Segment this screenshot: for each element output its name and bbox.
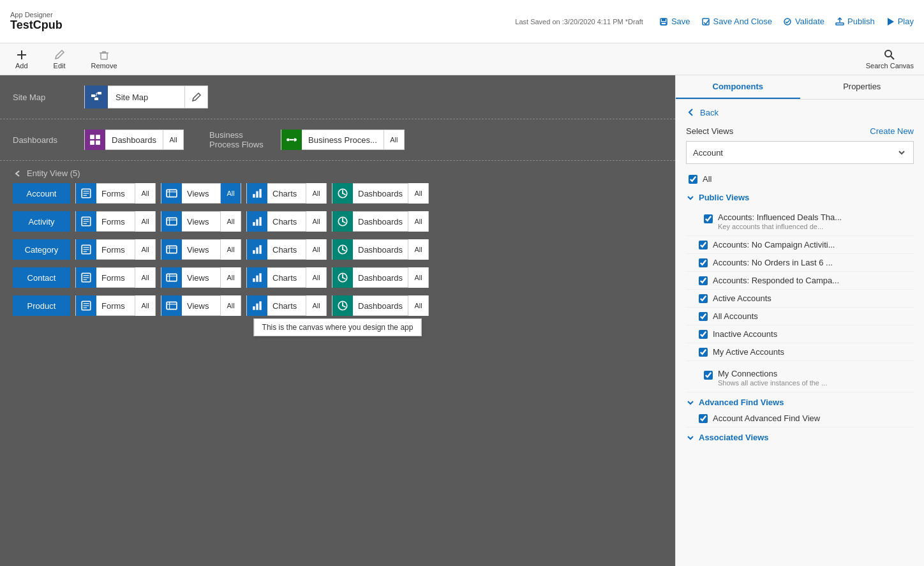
advanced-find-views-header[interactable]: Advanced Find Views bbox=[686, 392, 914, 410]
dashboards-entity-card[interactable]: Dashboards All bbox=[332, 211, 429, 232]
view-item[interactable]: Account Advanced Find View bbox=[686, 410, 914, 428]
tab-properties[interactable]: Properties bbox=[800, 75, 925, 99]
charts-name: Charts bbox=[267, 301, 306, 311]
dashboards-entity-all[interactable]: All bbox=[408, 183, 428, 204]
views-all[interactable]: All bbox=[220, 295, 241, 316]
views-all[interactable]: All bbox=[220, 211, 241, 232]
charts-card[interactable]: Charts All bbox=[246, 183, 327, 204]
view-item[interactable]: Accounts: Influenced Deals Tha... Key ac… bbox=[686, 205, 914, 236]
remove-button[interactable]: Remove bbox=[86, 47, 123, 72]
view-item[interactable]: All Accounts bbox=[686, 308, 914, 325]
entity-button[interactable]: Activity bbox=[13, 211, 70, 232]
back-button[interactable]: Back bbox=[686, 107, 914, 117]
view-item[interactable]: Accounts: No Campaign Activiti... bbox=[686, 236, 914, 254]
view-item[interactable]: Accounts: No Orders in Last 6 ... bbox=[686, 254, 914, 272]
dashboards-entity-all[interactable]: All bbox=[408, 267, 428, 288]
dashboards-all[interactable]: All bbox=[163, 130, 183, 150]
forms-card[interactable]: Forms All bbox=[75, 183, 156, 204]
charts-all[interactable]: All bbox=[306, 295, 326, 316]
dashboards-card[interactable]: Dashboards All bbox=[84, 130, 184, 150]
view-checkbox[interactable] bbox=[704, 371, 713, 380]
view-item[interactable]: Inactive Accounts bbox=[686, 325, 914, 343]
svg-rect-80 bbox=[259, 301, 261, 310]
bpf-card[interactable]: Business Proces... All bbox=[281, 130, 405, 150]
entity-button[interactable]: Contact bbox=[13, 267, 70, 288]
view-checkbox[interactable] bbox=[699, 241, 708, 249]
entity-button[interactable]: Product bbox=[13, 295, 70, 316]
svg-rect-39 bbox=[167, 218, 177, 225]
app-header: App Designer TestCpub Last Saved on :3/2… bbox=[0, 0, 924, 43]
view-checkbox[interactable] bbox=[699, 276, 708, 285]
add-button[interactable]: Add bbox=[10, 47, 33, 72]
forms-all[interactable]: All bbox=[135, 267, 155, 288]
views-card[interactable]: Views All bbox=[161, 183, 241, 204]
charts-card[interactable]: Charts All bbox=[246, 267, 327, 288]
play-button[interactable]: Play bbox=[885, 17, 914, 27]
bpf-all[interactable]: All bbox=[384, 130, 404, 150]
view-checkbox[interactable] bbox=[699, 294, 708, 303]
view-item[interactable]: My Active Accounts bbox=[686, 343, 914, 361]
dashboards-entity-all[interactable]: All bbox=[408, 239, 428, 260]
view-checkbox[interactable] bbox=[699, 312, 708, 321]
create-new-link[interactable]: Create New bbox=[870, 126, 914, 136]
view-title: Active Accounts bbox=[713, 294, 771, 303]
tab-components[interactable]: Components bbox=[676, 75, 800, 99]
dashboards-entity-all[interactable]: All bbox=[408, 211, 428, 232]
all-checkbox-row[interactable]: All bbox=[686, 170, 914, 188]
views-card[interactable]: Views All bbox=[161, 267, 241, 288]
view-checkbox[interactable] bbox=[699, 258, 708, 267]
views-all[interactable]: All bbox=[220, 239, 241, 260]
search-canvas-button[interactable]: Search Canvas bbox=[866, 49, 914, 70]
charts-card[interactable]: Charts All bbox=[246, 211, 327, 232]
view-checkbox[interactable] bbox=[699, 330, 708, 339]
forms-all[interactable]: All bbox=[135, 239, 155, 260]
charts-icon bbox=[247, 239, 267, 260]
charts-card[interactable]: Charts All bbox=[246, 239, 327, 260]
dashboards-entity-card[interactable]: Dashboards All bbox=[332, 239, 429, 260]
publish-button[interactable]: Publish bbox=[835, 17, 875, 27]
save-and-close-button[interactable]: Save And Close bbox=[701, 17, 773, 27]
site-map-card[interactable]: Site Map bbox=[84, 86, 208, 108]
svg-rect-16 bbox=[96, 135, 100, 139]
charts-all[interactable]: All bbox=[306, 211, 326, 232]
save-button[interactable]: Save bbox=[659, 17, 690, 27]
dashboards-entity-card[interactable]: Dashboards All bbox=[332, 267, 429, 288]
edit-button[interactable]: Edit bbox=[48, 47, 71, 72]
dashboards-entity-all[interactable]: All bbox=[408, 295, 428, 316]
view-checkbox[interactable] bbox=[699, 348, 708, 357]
view-title: Accounts: Responded to Campa... bbox=[713, 276, 839, 285]
charts-all[interactable]: All bbox=[306, 239, 326, 260]
forms-all[interactable]: All bbox=[135, 211, 155, 232]
charts-all[interactable]: All bbox=[306, 267, 326, 288]
view-item[interactable]: My Connections Shows all active instance… bbox=[686, 361, 914, 392]
dashboards-entity-card[interactable]: Dashboards All bbox=[332, 183, 429, 204]
associated-views-header[interactable]: Associated Views bbox=[686, 428, 914, 445]
entity-button[interactable]: Category bbox=[13, 239, 70, 260]
forms-all[interactable]: All bbox=[135, 295, 155, 316]
entity-view-header[interactable]: Entity View (5) bbox=[0, 161, 675, 183]
site-map-edit-button[interactable] bbox=[184, 86, 207, 108]
forms-card[interactable]: Forms All bbox=[75, 267, 156, 288]
account-dropdown[interactable]: Account bbox=[686, 141, 914, 164]
views-all[interactable]: All bbox=[220, 267, 241, 288]
app-canvas[interactable]: Site Map Site Map Dashboards bbox=[0, 75, 675, 566]
views-card[interactable]: Views All bbox=[161, 295, 241, 316]
entity-button[interactable]: Account bbox=[13, 183, 70, 204]
view-item[interactable]: Active Accounts bbox=[686, 290, 914, 308]
views-card[interactable]: Views All bbox=[161, 239, 241, 260]
charts-card[interactable]: Charts All bbox=[246, 295, 327, 316]
views-card[interactable]: Views All bbox=[161, 211, 241, 232]
views-all[interactable]: All bbox=[220, 183, 241, 204]
view-item[interactable]: Accounts: Responded to Campa... bbox=[686, 272, 914, 290]
view-checkbox[interactable] bbox=[699, 414, 708, 423]
charts-all[interactable]: All bbox=[306, 183, 326, 204]
forms-card[interactable]: Forms All bbox=[75, 211, 156, 232]
validate-button[interactable]: Validate bbox=[782, 17, 824, 27]
forms-card[interactable]: Forms All bbox=[75, 295, 156, 316]
forms-all[interactable]: All bbox=[135, 183, 155, 204]
view-checkbox[interactable] bbox=[704, 214, 713, 223]
forms-card[interactable]: Forms All bbox=[75, 239, 156, 260]
public-views-header[interactable]: Public Views bbox=[686, 188, 914, 205]
all-checkbox[interactable] bbox=[689, 175, 697, 184]
dashboards-entity-card[interactable]: Dashboards All bbox=[332, 295, 429, 316]
